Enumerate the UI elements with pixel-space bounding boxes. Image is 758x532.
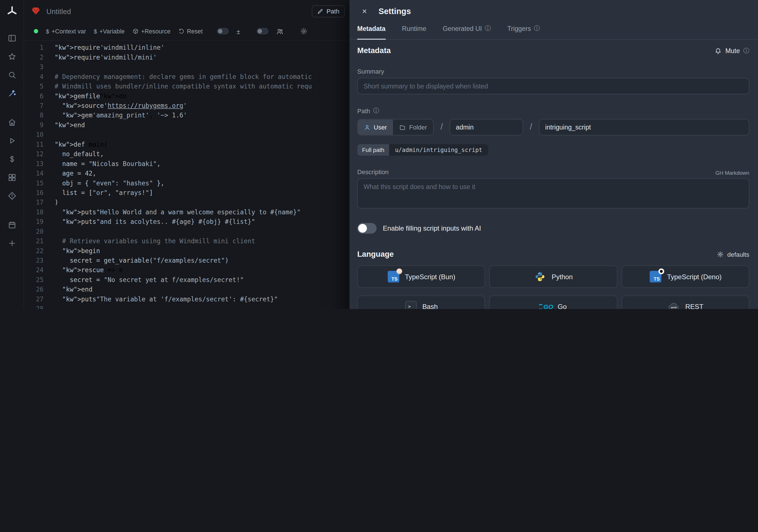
tab-metadata[interactable]: Metadata [358, 23, 386, 39]
full-path-label: Full path [358, 144, 389, 156]
sidebar [0, 0, 24, 309]
reset-button[interactable]: Reset [178, 28, 203, 35]
line-text: obj = { "even": "hashes" }, [44, 178, 164, 188]
line-text: age = 42, [44, 169, 96, 178]
alert-diamond-icon[interactable] [3, 189, 20, 203]
add-resource-button[interactable]: +Resource [132, 28, 171, 35]
owner-input[interactable] [449, 119, 523, 136]
pencil-icon [317, 8, 324, 14]
line-number: 4 [24, 72, 44, 82]
line-number: 25 [24, 275, 44, 285]
people-icon[interactable] [276, 27, 284, 35]
edit-path-button[interactable]: Path [312, 5, 345, 17]
line-text: "kw">require [44, 43, 100, 53]
line-text: "kw">begin [44, 246, 100, 256]
line-text: "kw">end [44, 285, 92, 294]
language-label: TypeScript (Deno) [667, 273, 721, 281]
line-number: 7 [24, 101, 44, 111]
tab-generated-ui[interactable]: Generated UIⓘ [443, 23, 491, 39]
language-bash[interactable]: >_Bash [358, 296, 485, 309]
star-icon[interactable] [3, 50, 20, 64]
line-number: 23 [24, 256, 44, 266]
line-number: 22 [24, 246, 44, 256]
editor-settings-gear-icon[interactable] [300, 27, 307, 35]
drawer-title: Settings [378, 7, 411, 16]
diff-toggle[interactable] [217, 28, 229, 34]
line-text: no_default, [44, 150, 104, 159]
script-name-input[interactable] [539, 119, 749, 136]
line-number: 11 [24, 140, 44, 150]
summary-input[interactable] [358, 78, 749, 94]
dollar-icon[interactable] [3, 152, 20, 166]
language-typescript-bun-[interactable]: TSTypeScript (Bun) [358, 266, 485, 288]
line-number: 1 [24, 43, 44, 53]
language-label: Go [558, 303, 567, 309]
language-python[interactable]: Python [489, 266, 617, 288]
dollar-icon: $ [46, 28, 50, 35]
user-icon [364, 124, 370, 130]
typescript-deno-icon: TS [649, 271, 662, 282]
line-number: 6 [24, 91, 44, 101]
windmill-logo[interactable] [6, 5, 18, 18]
owner-kind-user[interactable]: User [358, 119, 393, 135]
tab-runtime[interactable]: Runtime [402, 23, 427, 39]
search-icon[interactable] [3, 68, 20, 82]
script-title[interactable]: Untitled [46, 7, 71, 15]
line-number: 17 [24, 198, 44, 207]
panels-icon[interactable] [3, 31, 20, 46]
settings-tabs: MetadataRuntimeGenerated UIⓘTriggersⓘ [350, 23, 758, 40]
line-text: "kw">end [44, 121, 85, 130]
blocks-icon[interactable] [3, 170, 20, 185]
wand-icon[interactable] [3, 86, 20, 101]
path-label: Path [358, 107, 370, 115]
line-text: "kw">puts [44, 217, 96, 227]
line-number: 26 [24, 285, 44, 294]
home-icon[interactable] [3, 115, 20, 130]
calendar-icon[interactable] [3, 218, 20, 232]
line-text: name = "Nicolas Bourbaki", [44, 159, 160, 169]
description-textarea[interactable] [358, 178, 749, 208]
mute-button[interactable]: Mute ⓘ [715, 47, 749, 55]
ai-toggle-row: Enable filling script inputs with AI [358, 223, 749, 234]
language-label: Bash [422, 303, 438, 309]
plus-minus-icon: ± [237, 27, 240, 35]
language-rest[interactable]: HTTPREST [622, 296, 749, 309]
line-text: "kw">require [44, 53, 100, 62]
line-number: 19 [24, 217, 44, 227]
line-text: # Windmill uses bundler/inline compatibl… [44, 82, 312, 91]
line-text [44, 62, 55, 72]
line-text: "kw">rescue [44, 266, 104, 275]
owner-kind-toggle: User Folder [358, 119, 434, 136]
dollar-icon: $ [94, 28, 97, 35]
language-grid: TSTypeScript (Bun)PythonTSTypeScript (De… [358, 266, 749, 309]
line-number: 21 [24, 236, 44, 246]
tab-triggers[interactable]: Triggersⓘ [507, 23, 540, 39]
line-text: # Dependency management: declare gems in… [44, 72, 312, 82]
language-go[interactable]: GOGo [489, 296, 617, 309]
language-defaults-button[interactable]: defaults [717, 251, 749, 258]
line-number: 3 [24, 62, 44, 72]
path-separator: / [440, 123, 443, 132]
summary-label: Summary [358, 68, 749, 75]
line-number: 20 [24, 227, 44, 236]
ai-toggle-label: Enable filling script inputs with AI [383, 225, 481, 232]
line-number: 8 [24, 111, 44, 120]
reset-icon [178, 28, 185, 34]
play-icon[interactable] [3, 133, 20, 148]
close-icon[interactable]: × [358, 4, 372, 19]
plus-icon[interactable] [3, 236, 20, 251]
folder-icon [399, 124, 406, 130]
full-path-value: u/admin/intriguing_script [389, 144, 488, 156]
add-context-var-button[interactable]: $+Context var [46, 28, 86, 35]
info-icon: ⓘ [485, 24, 491, 33]
go-icon: GO [540, 303, 553, 309]
language-typescript-deno-[interactable]: TSTypeScript (Deno) [622, 266, 749, 288]
ruby-language-icon [31, 6, 40, 16]
drawer-header: × Settings [350, 0, 758, 23]
collab-toggle[interactable] [257, 28, 268, 34]
line-text: "kw">puts [44, 295, 96, 304]
ai-fill-toggle[interactable] [358, 223, 377, 234]
bash-icon: >_ [404, 301, 417, 309]
add-variable-button[interactable]: $+Variable [94, 28, 125, 35]
owner-kind-folder[interactable]: Folder [393, 119, 433, 135]
